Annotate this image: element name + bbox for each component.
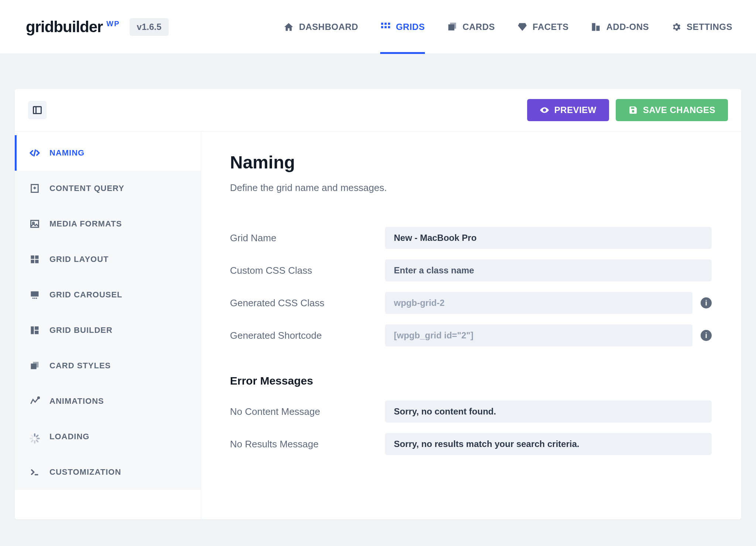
svg-rect-8 <box>592 23 595 31</box>
no-results-input[interactable] <box>385 433 712 455</box>
nav-settings[interactable]: SETTINGS <box>671 0 732 54</box>
document-plus-icon <box>30 183 40 194</box>
nav-addons[interactable]: ADD-ONS <box>591 0 649 54</box>
cards-icon <box>447 22 457 32</box>
nav-label: GRIDS <box>396 22 425 32</box>
eye-icon <box>540 105 549 115</box>
row-no-content: No Content Message <box>230 400 712 423</box>
card-styles-icon <box>30 361 40 371</box>
builder-icon <box>30 325 40 335</box>
info-icon[interactable]: i <box>701 297 712 308</box>
nav-grids[interactable]: GRIDS <box>380 0 425 54</box>
sidebar-item-content-query[interactable]: CONTENT QUERY <box>15 171 201 206</box>
svg-rect-26 <box>31 327 34 334</box>
save-icon <box>628 105 638 115</box>
svg-rect-22 <box>31 291 39 297</box>
sidebar-item-label: NAMING <box>49 148 85 158</box>
svg-rect-20 <box>31 260 34 263</box>
row-gen-shortcode: Generated Shortcode i <box>230 324 712 347</box>
row-no-results: No Results Message <box>230 433 712 455</box>
svg-point-23 <box>32 298 34 299</box>
svg-rect-0 <box>381 23 384 25</box>
sidebar-item-label: GRID CAROUSEL <box>49 290 123 300</box>
field-label: No Content Message <box>230 406 385 417</box>
row-grid-name: Grid Name <box>230 227 712 249</box>
svg-rect-27 <box>35 327 39 330</box>
svg-point-31 <box>38 397 39 399</box>
button-label: PREVIEW <box>554 105 597 115</box>
diamond-icon <box>517 22 528 32</box>
sidebar-item-grid-layout[interactable]: GRID LAYOUT <box>15 242 201 277</box>
svg-rect-19 <box>35 256 38 259</box>
svg-rect-5 <box>388 26 390 28</box>
brand-sup: WP <box>106 20 120 28</box>
sidebar-item-grid-builder[interactable]: GRID BUILDER <box>15 313 201 348</box>
sidebar-item-label: CONTENT QUERY <box>49 184 124 193</box>
panel-left-icon <box>32 105 42 115</box>
sidebar-item-customization[interactable]: CUSTOMIZATION <box>15 454 201 490</box>
page-subtitle: Define the grid name and messages. <box>230 182 712 194</box>
row-custom-css-class: Custom CSS Class <box>230 259 712 281</box>
svg-rect-1 <box>385 23 387 25</box>
nav-dashboard[interactable]: DASHBOARD <box>284 0 358 54</box>
image-icon <box>30 219 40 229</box>
row-gen-css-class: Generated CSS Class i <box>230 292 712 314</box>
panel-toolbar: PREVIEW SAVE CHANGES <box>15 89 741 132</box>
field-label: No Results Message <box>230 438 385 450</box>
layout-grid-icon <box>30 254 40 265</box>
save-button[interactable]: SAVE CHANGES <box>616 99 728 121</box>
sidebar-item-label: CARD STYLES <box>49 361 111 371</box>
editor-panel: PREVIEW SAVE CHANGES NAMING CONTENT QUER… <box>15 89 741 519</box>
version-badge: v1.6.5 <box>130 18 169 36</box>
top-bar: gridbuilder WP v1.6.5 DASHBOARD GRIDS CA… <box>0 0 756 54</box>
sidebar-item-card-styles[interactable]: CARD STYLES <box>15 348 201 383</box>
sidebar-item-grid-carousel[interactable]: GRID CAROUSEL <box>15 277 201 313</box>
page-title: Naming <box>230 152 712 173</box>
animations-icon <box>30 396 40 406</box>
nav-label: FACETS <box>533 22 569 32</box>
sidebar-item-label: LOADING <box>49 432 89 441</box>
no-content-input[interactable] <box>385 400 712 423</box>
svg-rect-4 <box>385 26 387 28</box>
nav-label: SETTINGS <box>687 22 732 32</box>
generated-css-class-input[interactable] <box>385 292 693 314</box>
nav-cards[interactable]: CARDS <box>447 0 495 54</box>
field-label: Custom CSS Class <box>230 265 385 276</box>
custom-css-class-input[interactable] <box>385 259 712 281</box>
svg-rect-28 <box>35 331 39 334</box>
nav-label: DASHBOARD <box>299 22 358 32</box>
svg-rect-9 <box>597 25 600 31</box>
brand-logo: gridbuilder <box>26 18 103 36</box>
svg-rect-18 <box>31 256 34 259</box>
sidebar-item-animations[interactable]: ANIMATIONS <box>15 383 201 419</box>
settings-sidebar: NAMING CONTENT QUERY MEDIA FORMATS GRID … <box>15 132 201 519</box>
svg-rect-7 <box>450 23 456 28</box>
sidebar-toggle-button[interactable] <box>28 101 47 119</box>
terminal-icon <box>30 467 40 477</box>
button-label: SAVE CHANGES <box>643 105 715 115</box>
sidebar-item-naming[interactable]: NAMING <box>15 135 201 171</box>
generated-shortcode-input[interactable] <box>385 324 693 347</box>
sidebar-item-media-formats[interactable]: MEDIA FORMATS <box>15 206 201 242</box>
content-area: Naming Define the grid name and messages… <box>201 132 741 519</box>
carousel-icon <box>30 290 40 300</box>
sidebar-item-label: MEDIA FORMATS <box>49 219 122 229</box>
info-icon[interactable]: i <box>701 330 712 341</box>
svg-rect-21 <box>35 260 38 263</box>
brand: gridbuilder WP <box>26 18 120 36</box>
grid-name-input[interactable] <box>385 227 712 249</box>
nav-facets[interactable]: FACETS <box>517 0 569 54</box>
svg-rect-2 <box>388 23 390 25</box>
nav-label: CARDS <box>463 22 495 32</box>
spinner-icon <box>30 431 40 442</box>
grid-icon <box>380 22 391 32</box>
field-label: Generated CSS Class <box>230 297 385 309</box>
svg-point-25 <box>36 298 37 299</box>
preview-button[interactable]: PREVIEW <box>527 99 609 121</box>
field-label: Generated Shortcode <box>230 330 385 341</box>
section-heading-errors: Error Messages <box>230 375 712 387</box>
svg-point-24 <box>34 298 35 299</box>
svg-rect-10 <box>34 107 41 114</box>
svg-line-12 <box>34 150 36 157</box>
sidebar-item-loading[interactable]: LOADING <box>15 419 201 454</box>
